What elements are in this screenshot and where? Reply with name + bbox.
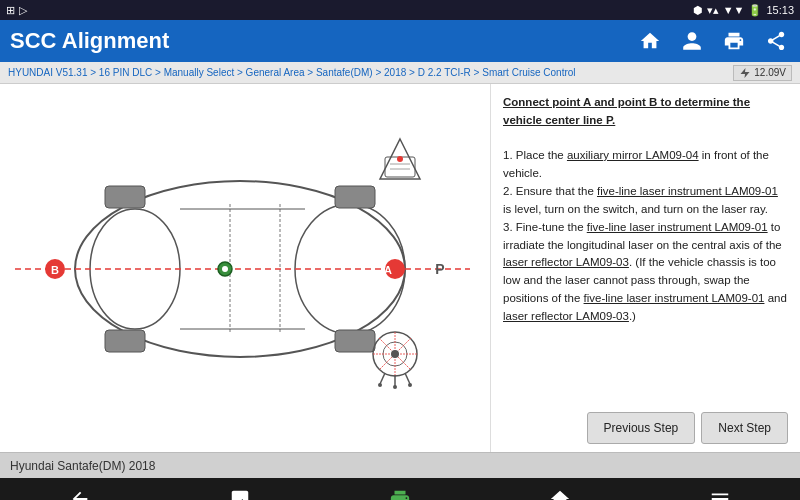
main-content: A B P <box>0 84 800 452</box>
home-nav-icon[interactable] <box>540 479 580 500</box>
time-display: 15:13 <box>766 4 794 16</box>
signal-icon: ▼▼ <box>723 4 745 16</box>
menu-nav-icon[interactable] <box>700 479 740 500</box>
svg-text:A: A <box>384 264 392 276</box>
svg-point-35 <box>393 385 397 389</box>
instructions-text: Connect point A and point B to determine… <box>503 94 788 398</box>
instruction-title: Connect point A and point B to determine… <box>503 96 750 126</box>
svg-rect-10 <box>105 330 145 352</box>
car-diagram-svg: A B P <box>15 139 470 389</box>
status-left: ⊞ ▷ <box>6 4 27 17</box>
diagram-area: A B P <box>0 84 490 452</box>
svg-text:P: P <box>435 261 444 277</box>
share-icon[interactable] <box>762 27 790 55</box>
voltage-value: 12.09V <box>754 67 786 78</box>
status-bar: ⊞ ▷ ⬢ ▾▴ ▼▼ 🔋 15:13 <box>0 0 800 20</box>
svg-point-30 <box>391 350 399 358</box>
next-step-button[interactable]: Next Step <box>701 412 788 444</box>
instruction-step2: 2. Ensure that the five-line laser instr… <box>503 183 788 219</box>
breadcrumb-bar: HYUNDAI V51.31 > 16 PIN DLC > Manually S… <box>0 62 800 84</box>
footer: Hyundai Santafe(DM) 2018 <box>0 452 800 478</box>
svg-line-31 <box>380 373 385 384</box>
back-nav-icon[interactable] <box>60 479 100 500</box>
svg-text:B: B <box>51 264 59 276</box>
instruction-step1: 1. Place the auxiliary mirror LAM09-04 i… <box>503 147 788 183</box>
svg-point-36 <box>408 383 412 387</box>
app-title: SCC Alignment <box>10 28 169 54</box>
status-app-icon: ⊞ <box>6 4 15 17</box>
android-nav-bar <box>0 478 800 500</box>
battery-icon: 🔋 <box>748 4 762 17</box>
wifi-icon: ▾▴ <box>707 4 719 17</box>
bluetooth-icon: ⬢ <box>693 4 703 17</box>
status-right: ⬢ ▾▴ ▼▼ 🔋 15:13 <box>693 4 794 17</box>
image-nav-icon[interactable] <box>220 479 260 500</box>
home-icon[interactable] <box>636 27 664 55</box>
print-nav-icon[interactable] <box>380 479 420 500</box>
breadcrumb-text: HYUNDAI V51.31 > 16 PIN DLC > Manually S… <box>8 67 576 78</box>
svg-point-23 <box>397 156 403 162</box>
status-play-icon: ▷ <box>19 4 27 17</box>
svg-rect-9 <box>105 186 145 208</box>
instructions-area: Connect point A and point B to determine… <box>490 84 800 452</box>
svg-rect-8 <box>335 330 375 352</box>
header: SCC Alignment <box>0 20 800 62</box>
instruction-step3: 3. Fine-tune the five-line laser instrum… <box>503 219 788 326</box>
footer-text: Hyundai Santafe(DM) 2018 <box>10 459 155 473</box>
print-icon[interactable] <box>720 27 748 55</box>
previous-step-button[interactable]: Previous Step <box>587 412 696 444</box>
svg-rect-7 <box>335 186 375 208</box>
svg-point-17 <box>222 266 228 272</box>
header-icon-group <box>636 27 790 55</box>
svg-line-33 <box>405 373 410 384</box>
svg-point-34 <box>378 383 382 387</box>
button-row: Previous Step Next Step <box>503 406 788 444</box>
person-icon[interactable] <box>678 27 706 55</box>
voltage-badge: 12.09V <box>733 65 792 81</box>
